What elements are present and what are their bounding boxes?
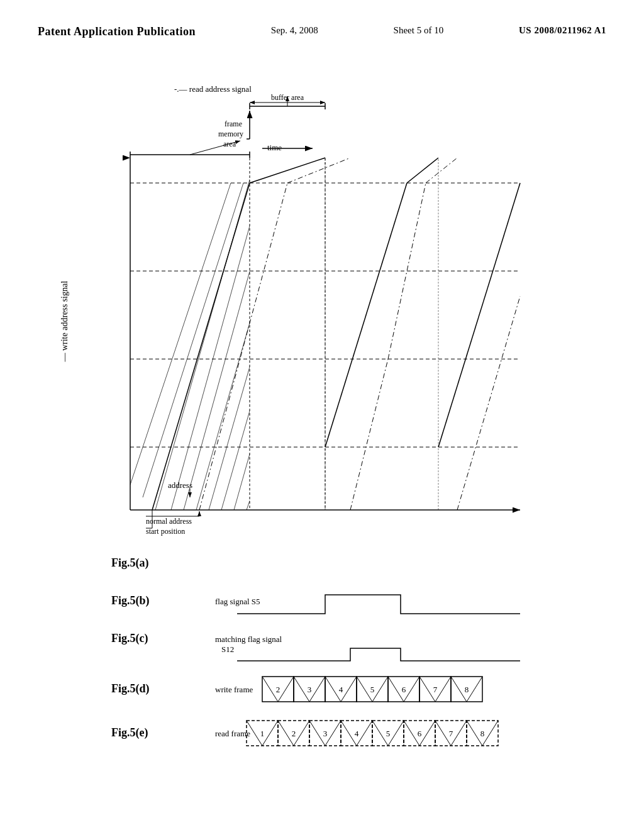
svg-line-20 <box>152 183 250 510</box>
svg-line-64 <box>404 677 419 702</box>
svg-line-31 <box>171 158 269 510</box>
frame-memory-label: frame <box>225 119 242 128</box>
svg-text:3: 3 <box>323 729 328 738</box>
publication-title: Patent Application Publication <box>38 25 196 38</box>
read-address-label: -.— read address signal <box>174 84 252 94</box>
svg-line-38 <box>199 183 287 510</box>
svg-text:3: 3 <box>308 685 312 694</box>
fig5e-label: Fig.5(e) <box>111 726 148 739</box>
svg-line-40 <box>350 359 388 510</box>
svg-line-21 <box>250 158 325 183</box>
svg-line-96 <box>419 721 435 746</box>
patent-diagram: — write address signal -.— read address … <box>48 57 596 799</box>
svg-line-37 <box>247 284 325 510</box>
svg-text:6: 6 <box>418 729 422 738</box>
svg-line-32 <box>184 158 281 510</box>
svg-text:5: 5 <box>386 729 391 738</box>
matching-flag-label: matching flag signal <box>215 634 282 644</box>
svg-line-72 <box>467 677 482 702</box>
svg-line-23 <box>325 183 407 447</box>
svg-text:4: 4 <box>339 685 343 694</box>
svg-line-100 <box>451 721 467 746</box>
svg-text:2: 2 <box>292 729 296 738</box>
fig5a-label: Fig.5(a) <box>111 556 148 570</box>
svg-line-29 <box>143 183 243 497</box>
svg-text:6: 6 <box>402 685 406 694</box>
svg-text:5: 5 <box>370 685 375 694</box>
svg-line-88 <box>357 721 372 746</box>
time-label: time <box>267 143 282 152</box>
svg-line-52 <box>309 677 325 702</box>
svg-rect-27 <box>130 158 250 510</box>
svg-line-36 <box>234 186 325 510</box>
write-frame-label: write frame <box>215 685 253 694</box>
svg-line-60 <box>372 677 388 702</box>
fig5c-label: Fig.5(c) <box>111 632 148 645</box>
svg-text:8: 8 <box>465 685 469 694</box>
svg-line-76 <box>262 721 278 746</box>
svg-text:4: 4 <box>355 729 359 738</box>
publication-date: Sep. 4, 2008 <box>271 25 318 36</box>
write-address-label: — write address signal <box>60 281 69 363</box>
svg-line-104 <box>482 721 498 746</box>
sheet-info: Sheet 5 of 10 <box>394 25 444 36</box>
svg-line-43 <box>457 296 520 510</box>
svg-line-34 <box>209 158 309 510</box>
address-text: address <box>168 480 192 490</box>
patent-number: US 2008/0211962 A1 <box>519 25 606 36</box>
svg-line-35 <box>221 158 322 510</box>
normal-address-label: normal address <box>146 517 192 526</box>
svg-line-48 <box>278 677 294 702</box>
svg-line-56 <box>341 677 357 702</box>
svg-text:8: 8 <box>480 729 485 738</box>
flag-signal-label: flag signal S5 <box>215 597 260 606</box>
svg-text:2: 2 <box>276 685 280 694</box>
svg-line-80 <box>294 721 309 746</box>
page-header: Patent Application Publication Sep. 4, 2… <box>38 25 606 38</box>
diagram-area: — write address signal -.— read address … <box>48 57 596 799</box>
svg-line-92 <box>388 721 404 746</box>
svg-text:7: 7 <box>433 685 438 694</box>
svg-text:S12: S12 <box>221 645 234 654</box>
svg-line-30 <box>155 158 256 510</box>
svg-line-68 <box>435 677 451 702</box>
svg-line-84 <box>325 721 341 746</box>
fig5d-label: Fig.5(d) <box>111 682 150 695</box>
svg-text:7: 7 <box>449 729 453 738</box>
read-frame-label: read frame <box>215 729 250 738</box>
svg-line-26 <box>438 183 520 447</box>
page-container: Patent Application Publication Sep. 4, 2… <box>0 0 644 830</box>
svg-line-42 <box>426 158 457 183</box>
svg-text:memory: memory <box>218 130 243 138</box>
fig5b-label: Fig.5(b) <box>111 594 150 607</box>
svg-text:1: 1 <box>260 729 265 738</box>
svg-line-24 <box>407 158 438 183</box>
svg-line-28 <box>130 183 231 485</box>
svg-line-39 <box>287 158 350 183</box>
